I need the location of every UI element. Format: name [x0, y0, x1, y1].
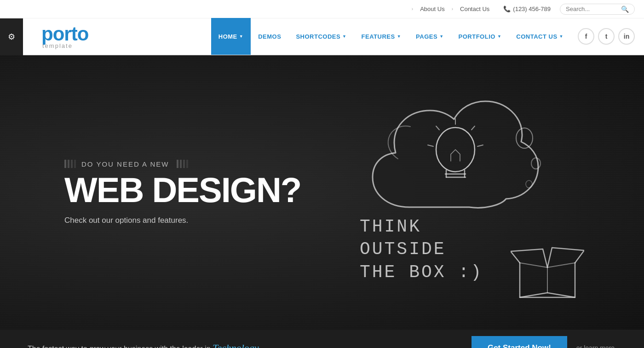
portfolio-arrow-icon: ▼ — [497, 34, 501, 39]
bottom-bar: The fastest way to grow your business wi… — [0, 330, 644, 348]
social-icons: f t in — [578, 28, 635, 45]
hero-lines-right — [177, 160, 188, 168]
logo-area: porto template — [41, 24, 88, 49]
hero-line-4 — [74, 160, 76, 168]
hero-line-7 — [183, 160, 185, 168]
hero-line-2 — [68, 160, 69, 168]
hero-content: DO YOU NEED A NEW WEB DESIGN? Check out … — [0, 160, 301, 225]
search-box[interactable]: 🔍 — [560, 4, 635, 15]
nav-pages[interactable]: PAGES ▼ — [408, 18, 451, 55]
logo-name: porto — [41, 24, 88, 44]
nav-demos[interactable]: DEMOS — [251, 18, 288, 55]
main-header: ⚙ porto template HOME ▼ DEMOS SHORTCODES… — [0, 18, 644, 55]
twitter-icon[interactable]: t — [598, 28, 615, 45]
hero-description: Check out our options and features. — [64, 216, 301, 225]
bottom-highlight: Technology — [213, 342, 259, 348]
main-nav: HOME ▼ DEMOS SHORTCODES ▼ FEATURES ▼ PAG… — [211, 18, 635, 54]
nav-contact[interactable]: CONTACT US ▼ — [509, 18, 571, 55]
hero-title: WEB DESIGN? — [64, 173, 301, 208]
nav-home[interactable]: HOME ▼ — [211, 18, 251, 55]
contact-link[interactable]: Contact Us — [455, 6, 494, 12]
hero-subtitle-row: DO YOU NEED A NEW — [64, 160, 301, 168]
hero-line-1 — [64, 160, 66, 168]
hero-illustration: THINK OUTSIDE THE BOX :) — [299, 55, 644, 330]
hero-lines-left — [64, 160, 76, 168]
or-text: or learn more. — [576, 344, 616, 348]
hero-section: THINK OUTSIDE THE BOX :) DO YOU NEED A N… — [0, 55, 644, 330]
hero-line-5 — [177, 160, 178, 168]
features-arrow-icon: ▼ — [397, 34, 401, 39]
about-chevron: › — [412, 6, 413, 12]
top-bar-links: › About Us › Contact Us 📞 (123) 456-789 … — [412, 4, 635, 15]
cta-button[interactable]: Get Started Now! — [472, 336, 567, 348]
linkedin-icon[interactable]: in — [618, 28, 635, 45]
search-icon: 🔍 — [621, 6, 629, 13]
facebook-icon[interactable]: f — [578, 28, 594, 45]
hero-line-6 — [180, 160, 182, 168]
logo-subtitle: template — [42, 43, 73, 49]
contact-arrow-icon: ▼ — [559, 34, 564, 39]
nav-shortcodes[interactable]: SHORTCODES ▼ — [288, 18, 354, 55]
hero-line-3 — [71, 160, 73, 168]
top-bar: › About Us › Contact Us 📞 (123) 456-789 … — [0, 0, 644, 18]
nav-features[interactable]: FEATURES ▼ — [354, 18, 409, 55]
settings-button[interactable]: ⚙ — [0, 18, 23, 55]
hero-subtitle: DO YOU NEED A NEW — [81, 160, 169, 168]
home-arrow-icon: ▼ — [239, 34, 243, 39]
chalk-box-svg — [511, 238, 584, 302]
search-input[interactable] — [566, 6, 621, 12]
about-link[interactable]: About Us — [415, 6, 449, 12]
hero-line-8 — [186, 160, 188, 168]
phone-icon: 📞 — [503, 6, 511, 12]
phone-number: 📞 (123) 456-789 — [496, 6, 558, 12]
svg-line-13 — [520, 263, 547, 267]
pages-arrow-icon: ▼ — [439, 34, 443, 39]
chalk-text: THINK OUTSIDE THE BOX :) — [360, 215, 483, 284]
shortcodes-arrow-icon: ▼ — [342, 34, 346, 39]
svg-line-14 — [547, 263, 575, 267]
nav-portfolio[interactable]: PORTFOLIO ▼ — [451, 18, 509, 55]
contact-chevron: › — [452, 6, 453, 12]
bottom-text: The fastest way to grow your business wi… — [28, 342, 472, 348]
gear-icon: ⚙ — [8, 32, 15, 42]
